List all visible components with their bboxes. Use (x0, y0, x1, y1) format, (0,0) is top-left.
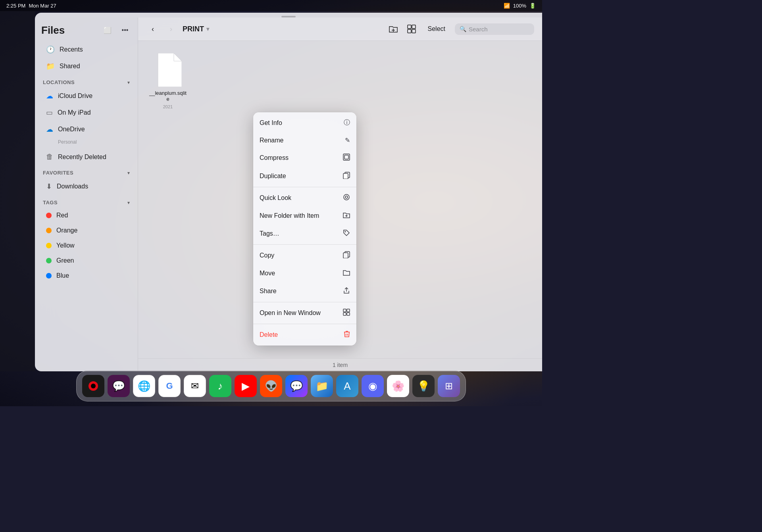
svg-rect-21 (347, 313, 350, 315)
view-toggle-button[interactable] (405, 22, 418, 36)
sidebar-item-recently-deleted[interactable]: 🗑 Recently Deleted (38, 149, 135, 165)
content-status: 1 item (138, 358, 542, 371)
context-menu-new-folder-item[interactable]: New Folder with Item (253, 207, 356, 225)
wifi-icon: 📶 (504, 3, 510, 9)
back-button[interactable]: ‹ (146, 22, 160, 36)
status-right: 📶 100% 🔋 (504, 3, 536, 9)
duplicate-icon (343, 172, 350, 181)
sidebar-item-recents[interactable]: 🕐 Recents (38, 41, 135, 58)
context-menu-compress[interactable]: Compress (253, 149, 356, 167)
file-date: 2021 (163, 104, 173, 109)
svg-rect-7 (344, 155, 348, 159)
forward-button[interactable]: › (164, 22, 178, 36)
add-folder-button[interactable] (387, 22, 400, 36)
dock-icon-messenger[interactable]: 💬 (285, 375, 308, 397)
context-menu-section-1: Get Info ⓘ Rename ✎ Compress (253, 112, 356, 187)
svg-point-10 (344, 194, 349, 200)
favorites-chevron[interactable]: ▾ (127, 170, 130, 176)
context-menu-get-info[interactable]: Get Info ⓘ (253, 114, 356, 132)
share-icon (343, 287, 350, 296)
context-menu-quick-look[interactable]: Quick Look (253, 189, 356, 207)
quick-look-label: Quick Look (260, 194, 343, 202)
dock-icon-reddit[interactable]: 👽 (260, 375, 282, 397)
context-menu-copy[interactable]: Copy (253, 246, 356, 265)
dock-icon-gmail[interactable]: ✉ (184, 375, 206, 397)
svg-rect-19 (347, 309, 350, 312)
sidebar-item-tag-yellow[interactable]: Yellow (38, 238, 135, 253)
tags-section-header: Tags ▾ (35, 195, 138, 208)
open-new-window-label: Open in New Window (260, 309, 343, 317)
tag-dot-red (46, 213, 52, 218)
get-info-label: Get Info (260, 119, 344, 127)
sidebar-item-tag-green[interactable]: Green (38, 253, 135, 268)
battery: 100% (513, 3, 526, 9)
onedrive-row: ☁ OneDrive (46, 125, 85, 134)
compress-icon (343, 154, 350, 162)
dock-icon-photos[interactable]: 🌸 (387, 375, 409, 397)
dock-icon-chrome[interactable]: 🌐 (133, 375, 155, 397)
tags-chevron[interactable]: ▾ (127, 200, 130, 206)
new-folder-item-icon (343, 212, 350, 220)
file-icon-wrapper (152, 52, 184, 88)
sidebar-toggle-button[interactable]: ⬜ (101, 24, 114, 36)
dock-icon-beeper[interactable]: ◉ (362, 375, 384, 397)
sidebar-item-onedrive[interactable]: ☁ OneDrive Personal (38, 121, 135, 149)
context-menu-rename[interactable]: Rename ✎ (253, 132, 356, 149)
folder-title-chevron: ▾ (206, 26, 209, 32)
tag-label-orange: Orange (56, 227, 77, 234)
recently-deleted-label: Recently Deleted (58, 154, 106, 161)
dock-icon-spotify[interactable]: ♪ (209, 375, 231, 397)
files-window: Files ⬜ ••• 🕐 Recents 📁 Shared Locations… (35, 13, 542, 371)
copy-icon (343, 251, 350, 260)
dock-icon-google[interactable]: G (158, 375, 181, 397)
dock-icon-hue[interactable]: 💡 (412, 375, 435, 397)
locations-chevron[interactable]: ▾ (127, 80, 130, 85)
context-menu-move[interactable]: Move (253, 265, 356, 282)
sidebar-item-downloads[interactable]: ⬇ Downloads (38, 178, 135, 195)
move-label: Move (260, 270, 343, 277)
select-label: Select (428, 25, 445, 33)
share-label: Share (260, 288, 343, 295)
dock-icon-davinci[interactable] (82, 375, 104, 397)
locations-section-header: Locations ▾ (35, 75, 138, 88)
icloud-icon: ☁ (46, 92, 53, 100)
dock-icon-youtube[interactable]: ▶ (235, 375, 257, 397)
tag-dot-orange (46, 228, 52, 233)
folder-title: PRINT ▾ (183, 25, 209, 33)
toolbar-left: ‹ › PRINT ▾ (146, 22, 209, 36)
downloads-label: Downloads (57, 183, 88, 190)
svg-rect-16 (343, 253, 348, 258)
dock-icon-files[interactable]: 📁 (311, 375, 333, 397)
context-menu-tags[interactable]: Tags… (253, 225, 356, 243)
search-box[interactable]: 🔍 Search (455, 23, 534, 35)
dock-icon-slack[interactable]: 💬 (108, 375, 130, 397)
svg-rect-4 (408, 29, 411, 33)
sidebar-item-tag-blue[interactable]: Blue (38, 268, 135, 283)
recents-label: Recents (60, 46, 83, 53)
quick-look-icon (343, 194, 350, 202)
rename-icon: ✎ (345, 136, 350, 144)
file-item[interactable]: __leanplum.sqlite 2021 (146, 49, 190, 112)
toolbar-right: Select 🔍 Search (387, 22, 534, 36)
dock-icon-appstore[interactable]: A (336, 375, 358, 397)
context-menu-duplicate[interactable]: Duplicate (253, 167, 356, 185)
open-new-window-icon (343, 309, 350, 317)
sidebar-more-button[interactable]: ••• (119, 24, 131, 36)
context-menu-delete[interactable]: Delete (253, 326, 356, 344)
sidebar-item-icloud[interactable]: ☁ iCloud Drive (38, 88, 135, 104)
sidebar-item-tag-orange[interactable]: Orange (38, 223, 135, 238)
sidebar-item-ipad[interactable]: ▭ On My iPad (38, 104, 135, 121)
context-menu-share[interactable]: Share (253, 282, 356, 300)
sidebar-item-tag-red[interactable]: Red (38, 208, 135, 223)
sidebar: Files ⬜ ••• 🕐 Recents 📁 Shared Locations… (35, 17, 138, 371)
select-button[interactable]: Select (423, 23, 450, 35)
tags-title: Tags (43, 200, 58, 206)
dock-icon-controls[interactable]: ⊞ (438, 375, 460, 397)
trash-icon: 🗑 (46, 153, 53, 161)
shared-label: Shared (60, 63, 80, 70)
search-placeholder: Search (469, 26, 488, 33)
context-menu-open-new-window[interactable]: Open in New Window (253, 304, 356, 322)
status-bar: 2:25 PM Mon Mar 27 📶 100% 🔋 (0, 0, 542, 11)
ipad-label: On My iPad (58, 109, 91, 116)
sidebar-item-shared[interactable]: 📁 Shared (38, 58, 135, 75)
